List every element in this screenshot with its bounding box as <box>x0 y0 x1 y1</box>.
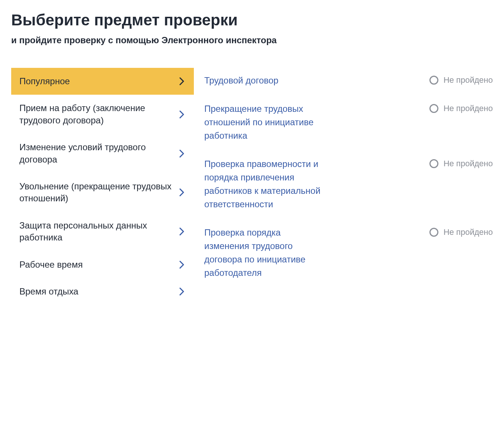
topic-status: Не пройдено <box>429 74 493 85</box>
chevron-right-icon <box>178 149 186 158</box>
status-circle-icon <box>429 228 438 237</box>
topic-list: Трудовой договор Не пройдено Прекращение… <box>204 68 493 305</box>
topic-link-termination-employee[interactable]: Прекращение трудовых отношений по инициа… <box>204 102 324 142</box>
status-text: Не пройдено <box>444 227 493 237</box>
category-item-contract-change[interactable]: Изменение условий трудового договора <box>11 134 194 173</box>
topic-row: Проверка порядка изменения трудового дог… <box>204 220 493 289</box>
chevron-right-icon <box>178 261 186 269</box>
category-item-popular[interactable]: Популярное <box>11 68 194 95</box>
category-item-rest-time[interactable]: Время отдыха <box>11 278 194 305</box>
chevron-right-icon <box>178 188 186 196</box>
chevron-right-icon <box>178 227 186 236</box>
page-title: Выберите предмет проверки <box>11 11 493 29</box>
topic-row: Трудовой договор Не пройдено <box>204 68 493 96</box>
category-label: Увольнение (прекращение трудовых отношен… <box>19 180 178 205</box>
topic-link-contract-change-employer[interactable]: Проверка порядка изменения трудового дог… <box>204 226 324 280</box>
status-circle-icon <box>429 76 438 85</box>
content-columns: Популярное Прием на работу (заключение т… <box>11 68 493 305</box>
category-label: Защита персональных данных работника <box>19 220 178 244</box>
status-text: Не пройдено <box>444 104 493 113</box>
topic-status: Не пройдено <box>429 226 493 237</box>
category-label: Время отдыха <box>19 286 178 297</box>
category-item-personal-data[interactable]: Защита персональных данных работника <box>11 212 194 251</box>
chevron-right-icon <box>178 77 186 85</box>
topic-link-liability-check[interactable]: Проверка правомерности и порядка привлеч… <box>204 157 324 211</box>
category-list: Популярное Прием на работу (заключение т… <box>11 68 194 305</box>
category-item-work-time[interactable]: Рабочее время <box>11 251 194 278</box>
topic-status: Не пройдено <box>429 102 493 113</box>
category-label: Популярное <box>19 75 178 87</box>
status-text: Не пройдено <box>444 75 493 85</box>
status-circle-icon <box>429 159 438 168</box>
status-circle-icon <box>429 104 438 113</box>
status-text: Не пройдено <box>444 159 493 169</box>
topic-link-labor-contract[interactable]: Трудовой договор <box>204 74 324 87</box>
category-item-hiring[interactable]: Прием на работу (заключение трудового до… <box>11 95 194 134</box>
category-label: Рабочее время <box>19 259 178 271</box>
category-label: Изменение условий трудового договора <box>19 141 178 166</box>
category-label: Прием на работу (заключение трудового до… <box>19 102 178 126</box>
chevron-right-icon <box>178 287 186 296</box>
topic-row: Прекращение трудовых отношений по инициа… <box>204 96 493 151</box>
page-subtitle: и пройдите проверку с помощью Электронно… <box>11 35 493 45</box>
topic-row: Проверка правомерности и порядка привлеч… <box>204 151 493 220</box>
topic-status: Не пройдено <box>429 157 493 169</box>
category-item-dismissal[interactable]: Увольнение (прекращение трудовых отношен… <box>11 173 194 212</box>
chevron-right-icon <box>178 110 186 119</box>
